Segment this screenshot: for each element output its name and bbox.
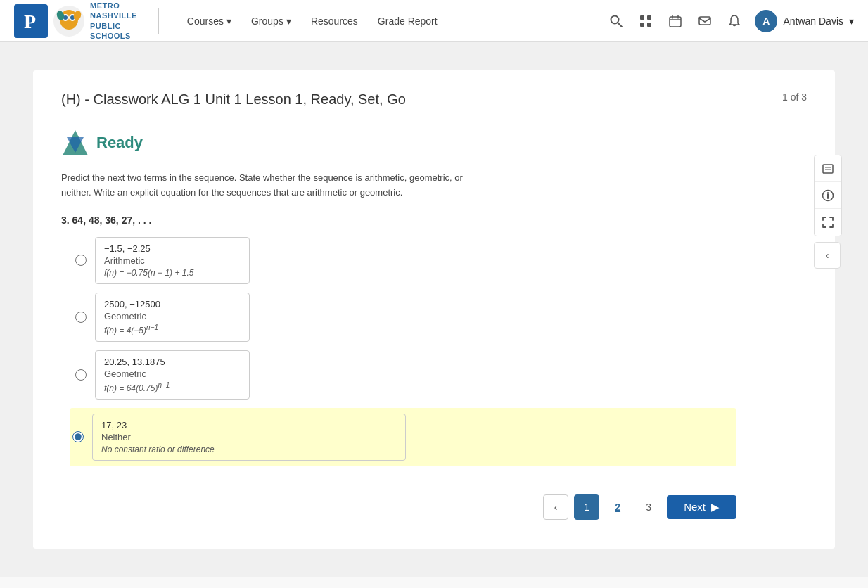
answer-value-2: 2500, −12500	[104, 299, 241, 309]
info-tool-button[interactable]	[815, 182, 841, 209]
next-arrow-icon: ▶	[711, 501, 720, 513]
nav-resources[interactable]: Resources	[304, 11, 365, 31]
calendar-button[interactable]	[666, 12, 684, 30]
list-tool-button[interactable]	[815, 155, 841, 182]
footer: English Support | PRIVACY POLICY | Terms…	[0, 577, 868, 588]
messages-button[interactable]	[696, 12, 714, 30]
nav-courses[interactable]: Courses ▾	[180, 11, 238, 31]
answer-option-1: −1.5, −2.25 Arithmetic f(n) = −0.75(n − …	[75, 237, 736, 284]
navbar: P METRO NASHVILLE PUBLIC SCHOOLS Courses…	[0, 0, 868, 42]
answer-formula-2: f(n) = 4(−5)n−1	[104, 324, 241, 335]
nav-icons: A Antwan Davis ▾	[607, 10, 854, 32]
p-logo-icon: P	[14, 4, 48, 38]
answer-value-3: 20.25, 13.1875	[104, 357, 241, 367]
info-icon	[822, 189, 834, 202]
svg-rect-14	[647, 15, 651, 20]
instructions-text: Predict the next two terms in the sequen…	[61, 171, 483, 200]
content-area: Ready Predict the next two terms in the …	[61, 129, 736, 520]
page-1-button[interactable]: 1	[574, 494, 599, 520]
answer-type-3: Geometric	[104, 369, 241, 379]
answer-type-4: Neither	[101, 432, 397, 442]
calendar-icon	[669, 15, 682, 27]
answer-card-4[interactable]: 17, 23 Neither No constant ratio or diff…	[92, 414, 406, 461]
school-logo-icon	[53, 6, 84, 37]
svg-point-27	[827, 192, 829, 193]
logo[interactable]: P METRO NASHVILLE PUBLIC SCHOOLS	[14, 1, 137, 41]
svg-rect-17	[670, 17, 681, 27]
answer-type-2: Geometric	[104, 311, 241, 321]
avatar: A	[755, 10, 777, 32]
answer-formula-4: No constant ratio or difference	[101, 445, 397, 454]
apps-button[interactable]	[637, 12, 655, 30]
bell-icon	[728, 15, 741, 27]
main-container: (H) - Classwork ALG 1 Unit 1 Lesson 1, R…	[33, 70, 835, 549]
answer-options: −1.5, −2.25 Arithmetic f(n) = −0.75(n − …	[75, 237, 736, 466]
answer-type-1: Arithmetic	[104, 255, 241, 266]
answer-value-1: −1.5, −2.25	[104, 243, 241, 254]
page-2-button[interactable]: 2	[605, 494, 630, 520]
chevron-down-icon: ▾	[286, 15, 291, 27]
svg-text:P: P	[24, 11, 36, 32]
tool-group	[814, 155, 842, 236]
school-name: METRO NASHVILLE PUBLIC SCHOOLS	[90, 1, 137, 41]
answer-radio-1[interactable]	[75, 255, 87, 266]
messages-icon	[698, 15, 711, 27]
search-button[interactable]	[607, 12, 625, 30]
svg-rect-21	[699, 17, 710, 25]
answer-card-3[interactable]: 20.25, 13.1875 Geometric f(n) = 64(0.75)…	[95, 350, 250, 400]
answer-value-4: 17, 23	[101, 420, 397, 430]
nav-grade-report[interactable]: Grade Report	[371, 11, 445, 31]
prev-page-button[interactable]: ‹	[543, 494, 568, 520]
pagination: ‹ 1 2 3 Next ▶	[61, 494, 736, 520]
ready-section-icon	[61, 129, 89, 157]
answer-option-3: 20.25, 13.1875 Geometric f(n) = 64(0.75)…	[75, 350, 736, 400]
svg-rect-13	[640, 15, 644, 20]
section-header: Ready	[61, 129, 736, 157]
page-counter: 1 of 3	[782, 91, 807, 103]
user-chevron-icon: ▾	[849, 15, 854, 27]
nav-groups[interactable]: Groups ▾	[244, 11, 298, 31]
page-3-button[interactable]: 3	[636, 494, 661, 520]
section-title: Ready	[96, 134, 143, 152]
answer-card-2[interactable]: 2500, −12500 Geometric f(n) = 4(−5)n−1	[95, 293, 250, 342]
svg-rect-22	[823, 165, 833, 173]
nav-divider	[158, 8, 159, 34]
answer-formula-3: f(n) = 64(0.75)n−1	[104, 381, 241, 393]
list-icon	[822, 162, 834, 175]
answer-card-1[interactable]: −1.5, −2.25 Arithmetic f(n) = −0.75(n − …	[95, 237, 250, 284]
next-button[interactable]: Next ▶	[667, 495, 736, 519]
svg-rect-15	[640, 23, 644, 27]
question-number: 3. 64, 48, 36, 27, . . .	[61, 215, 736, 226]
nav-links: Courses ▾ Groups ▾ Resources Grade Repor…	[180, 11, 587, 31]
answer-radio-3[interactable]	[75, 369, 87, 381]
answer-option-4: 17, 23 Neither No constant ratio or diff…	[70, 408, 736, 466]
notifications-button[interactable]	[725, 12, 743, 30]
right-tools: ‹	[814, 155, 842, 269]
apps-icon	[639, 15, 652, 27]
chevron-down-icon: ▾	[226, 15, 231, 27]
expand-tool-button[interactable]	[815, 209, 841, 236]
svg-line-12	[618, 23, 622, 27]
search-icon	[610, 15, 623, 27]
user-menu[interactable]: A Antwan Davis ▾	[755, 10, 854, 32]
user-name: Antwan Davis	[783, 15, 843, 27]
answer-option-2: 2500, −12500 Geometric f(n) = 4(−5)n−1	[75, 293, 736, 342]
svg-rect-16	[647, 23, 651, 27]
collapse-panel-button[interactable]: ‹	[814, 242, 841, 269]
answer-formula-1: f(n) = −0.75(n − 1) + 1.5	[104, 268, 241, 278]
page-title: (H) - Classwork ALG 1 Unit 1 Lesson 1, R…	[61, 91, 807, 108]
selected-highlight-area	[417, 416, 731, 458]
expand-icon	[822, 216, 834, 229]
answer-radio-2[interactable]	[75, 312, 87, 323]
answer-radio-4[interactable]	[72, 431, 84, 442]
